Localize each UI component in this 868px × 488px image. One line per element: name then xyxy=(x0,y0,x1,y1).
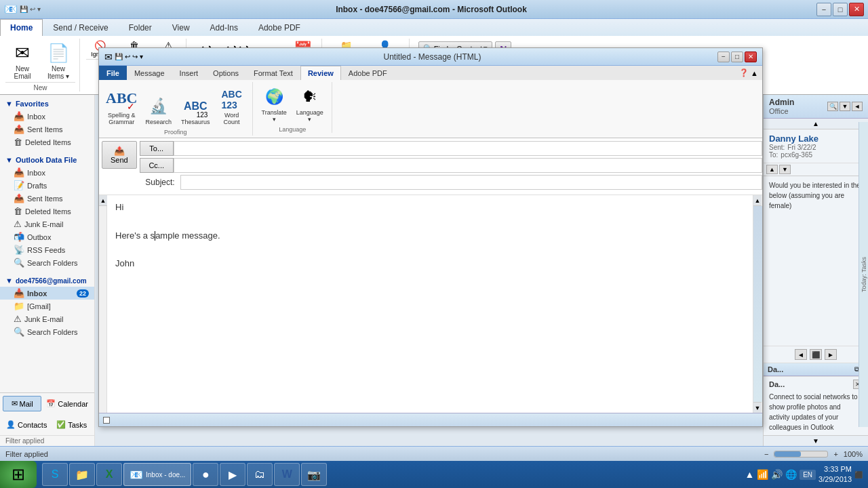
nav-contacts[interactable]: 👤 Contacts xyxy=(3,417,50,432)
rp-filter-btn[interactable]: ▼ xyxy=(840,102,850,111)
rp-nav-next[interactable]: ► xyxy=(825,349,837,360)
compose-maximize-btn[interactable]: □ xyxy=(731,52,743,62)
quick-access-dropdown[interactable]: ▾ xyxy=(37,5,41,13)
compose-status-icon[interactable] xyxy=(103,417,110,424)
compose-scroll-up-btn[interactable]: ▲ xyxy=(753,195,762,206)
compose-ribbon-help[interactable]: ❓ xyxy=(739,68,749,77)
compose-to-btn[interactable]: To... xyxy=(140,141,174,156)
taskbar-player[interactable]: ▶ xyxy=(220,463,245,486)
sidebar-item-favorites-deleted[interactable]: 🗑 Deleted Items xyxy=(0,136,94,148)
compose-tab-file[interactable]: File xyxy=(99,66,127,80)
quick-access-save[interactable]: 💾 xyxy=(20,5,28,13)
tab-send-receive[interactable]: Send / Receive xyxy=(43,19,118,36)
start-button[interactable]: ⊞ xyxy=(0,461,37,488)
rp-nav-prev[interactable]: ◄ xyxy=(795,349,807,360)
outlook-minimize-btn[interactable]: − xyxy=(816,3,831,16)
zoom-out-btn[interactable]: − xyxy=(764,450,768,458)
rp-collapse-btn[interactable]: ◄ xyxy=(852,102,863,111)
taskbar-chrome[interactable]: ● xyxy=(193,463,218,486)
sidebar-item-gmail-inbox[interactable]: 📥 Inbox 22 xyxy=(0,287,94,300)
taskbar-clock[interactable]: 3:33 PM 3/29/2013 xyxy=(818,464,852,485)
sidebar-item-gmail-folder[interactable]: 📁 [Gmail] xyxy=(0,300,94,312)
compose-ribbon-collapse[interactable]: ▲ xyxy=(751,69,758,77)
taskbar-outlook[interactable]: 📧 Inbox - doe... xyxy=(123,463,191,486)
nav-mail[interactable]: ✉ Mail xyxy=(3,396,41,411)
compose-tab-options[interactable]: Options xyxy=(205,66,246,80)
compose-tab-review[interactable]: Review xyxy=(300,66,341,80)
rp-nav-home[interactable]: ⬛ xyxy=(810,349,822,360)
new-email-btn[interactable]: ✉ New Email xyxy=(5,39,39,82)
date-sidebar[interactable]: Today: Tasks xyxy=(859,122,868,427)
compose-body-area[interactable]: Hi Here's a sample message. John xyxy=(107,195,753,413)
compose-body-scroll-up[interactable]: ▲ xyxy=(99,195,107,206)
compose-subject-input[interactable] xyxy=(180,175,762,190)
compose-scrollbar[interactable]: ▲ ▼ xyxy=(753,195,762,413)
sidebar-item-gmail-junk[interactable]: ⚠ Junk E-mail xyxy=(0,312,94,325)
compose-tab-insert[interactable]: Insert xyxy=(172,66,206,80)
outlook-maximize-btn[interactable]: □ xyxy=(833,3,848,16)
compose-qat-redo[interactable]: ↪ xyxy=(132,53,138,60)
compose-tab-format-text[interactable]: Format Text xyxy=(246,66,300,80)
taskbar-skype[interactable]: S xyxy=(42,463,68,486)
sidebar-item-odf-sent[interactable]: 📤 Sent Items xyxy=(0,192,94,205)
tab-folder[interactable]: Folder xyxy=(119,19,162,36)
rp-scroll-next[interactable]: ▼ xyxy=(779,165,791,174)
nav-tasks[interactable]: ✅ Tasks xyxy=(52,417,92,432)
taskbar-word[interactable]: W xyxy=(274,463,300,486)
send-btn[interactable]: 📤 Send xyxy=(102,141,137,169)
taskbar-explorer[interactable]: 📁 xyxy=(69,463,95,486)
compose-qat-save[interactable]: 💾 xyxy=(115,53,123,60)
thesaurus-btn[interactable]: ABC 123 Thesaurus xyxy=(177,92,214,128)
compose-close-btn[interactable]: ✕ xyxy=(745,52,757,62)
sidebar-item-odf-rss[interactable]: 📡 RSS Feeds xyxy=(0,243,94,256)
sidebar-item-odf-deleted[interactable]: 🗑 Deleted Items xyxy=(0,205,94,218)
language-btn[interactable]: 🗣 Language ▾ xyxy=(292,82,328,125)
rp-scroll-up[interactable]: ▲ xyxy=(764,119,868,129)
sidebar-item-favorites-inbox[interactable]: 📥 Inbox xyxy=(0,110,94,123)
spelling-grammar-btn[interactable]: ABC ✓ Spelling & Grammar xyxy=(103,82,140,128)
compose-tab-adobe[interactable]: Adobe PDF xyxy=(341,66,395,80)
sidebar-gmail-header[interactable]: ▼ doe47566@gmail.com xyxy=(0,274,94,287)
sidebar-item-odf-inbox[interactable]: 📥 Inbox xyxy=(0,166,94,179)
rp-search-btn[interactable]: 🔍 xyxy=(827,102,838,111)
sidebar-item-odf-outbox[interactable]: 📬 Outbox xyxy=(0,230,94,243)
tab-adobe-pdf[interactable]: Adobe PDF xyxy=(248,19,311,36)
taskbar-camera[interactable]: 📷 xyxy=(301,463,327,486)
sidebar-datafile-header[interactable]: ▼ Outlook Data File xyxy=(0,154,94,166)
tab-home[interactable]: Home xyxy=(0,19,43,36)
sidebar-item-odf-drafts[interactable]: 📝 Drafts xyxy=(0,179,94,192)
tab-add-ins[interactable]: Add-Ins xyxy=(200,19,248,36)
quick-access-undo[interactable]: ↩ xyxy=(30,5,35,13)
taskbar-files[interactable]: 🗂 xyxy=(247,463,273,486)
rp-scroll-prev[interactable]: ▲ xyxy=(766,165,778,174)
sidebar-item-gmail-search[interactable]: 🔍 Search Folders xyxy=(0,325,94,338)
translate-btn[interactable]: 🌍 Translate ▾ xyxy=(258,82,291,125)
compose-qat-dropdown[interactable]: ▾ xyxy=(140,53,143,60)
sidebar-item-favorites-sent[interactable]: 📤 Sent Items xyxy=(0,123,94,136)
compose-to-input[interactable] xyxy=(174,141,762,156)
zoom-slider[interactable] xyxy=(774,451,828,458)
compose-cc-btn[interactable]: Cc... xyxy=(140,158,174,173)
show-desktop-btn[interactable]: ⬛ xyxy=(854,471,863,479)
compose-scroll-down-btn[interactable]: ▼ xyxy=(753,402,762,413)
taskbar-excel[interactable]: X xyxy=(96,463,122,486)
research-btn[interactable]: 🔬 Research xyxy=(142,92,176,128)
compose-cc-input[interactable] xyxy=(174,158,762,173)
systray-chevron[interactable]: ▲ xyxy=(745,469,755,480)
compose-tab-message[interactable]: Message xyxy=(127,66,172,80)
ribbon-group-new-label: New xyxy=(5,82,75,92)
compose-minimize-btn[interactable]: − xyxy=(717,52,730,62)
sidebar-item-odf-search[interactable]: 🔍 Search Folders xyxy=(0,256,94,269)
compose-scroll-track[interactable] xyxy=(753,206,762,402)
word-count-btn[interactable]: ABC123 Word Count xyxy=(216,85,248,128)
taskbar-lang-btn[interactable]: EN xyxy=(800,470,816,480)
nav-calendar[interactable]: 📅 Calendar xyxy=(43,396,92,411)
rp-scroll-bottom[interactable]: ▼ xyxy=(764,435,868,446)
sidebar-favorites-header[interactable]: ▼ Favorites xyxy=(0,98,94,110)
new-items-btn[interactable]: 📄 New Items ▾ xyxy=(41,39,75,82)
outlook-close-btn[interactable]: ✕ xyxy=(849,3,864,16)
zoom-in-btn[interactable]: + xyxy=(833,450,837,458)
sidebar-item-odf-junk[interactable]: ⚠ Junk E-mail xyxy=(0,218,94,230)
compose-qat-undo[interactable]: ↩ xyxy=(125,53,130,60)
tab-view[interactable]: View xyxy=(162,19,200,36)
